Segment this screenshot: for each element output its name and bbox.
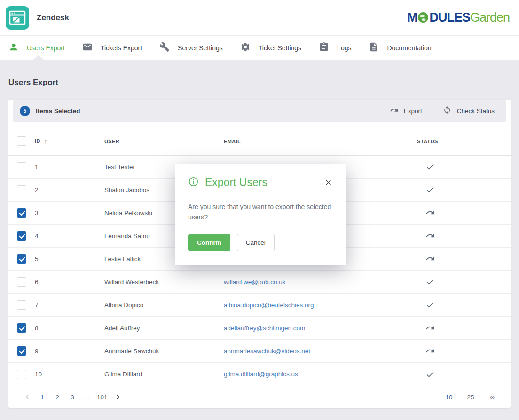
table-row: 8 Adell Auffrey adellauffrey@schlimgen.c… (8, 317, 511, 340)
cell-user: Annmarie Sawchuk (104, 348, 159, 355)
zendesk-logo-icon (6, 6, 29, 30)
row-checkbox[interactable] (17, 370, 26, 379)
check-status-icon (417, 162, 511, 171)
brand-part1: M (407, 11, 417, 24)
column-header-status[interactable]: STATUS (417, 139, 438, 144)
cell-id: 2 (35, 187, 39, 194)
toolbar-actions: Export Check Status (390, 106, 495, 116)
chevron-right-icon[interactable] (113, 392, 123, 402)
row-checkbox[interactable] (17, 162, 26, 171)
export-button[interactable]: Export (390, 106, 422, 116)
export-label: Export (404, 108, 422, 115)
tab-server-settings[interactable]: Server Settings (159, 42, 223, 54)
clipboard-icon (319, 42, 329, 54)
pagination: 1 2 3 … 101 10 25 ∞ (8, 386, 511, 408)
tab-label: Documentation (387, 44, 431, 52)
cell-email-link[interactable]: albina.dopico@beutelschies.org (224, 302, 314, 309)
cell-id: 10 (35, 371, 42, 378)
cell-id: 3 (35, 210, 39, 217)
pagination-ellipsis: … (83, 394, 91, 401)
cell-user: Shalon Jacobos (104, 187, 149, 194)
tab-label: Ticket Settings (259, 44, 301, 52)
page-controls: 1 2 3 … 101 (23, 392, 123, 402)
cell-email-link[interactable]: adellauffrey@schlimgen.com (224, 325, 305, 332)
check-status-button[interactable]: Check Status (443, 106, 495, 116)
row-checkbox[interactable] (17, 231, 26, 241)
cancel-button[interactable]: Cancel (237, 234, 275, 251)
chevron-left-icon[interactable] (23, 392, 32, 402)
export-icon (390, 106, 399, 116)
dialog-message: Are you sure that you want to export the… (188, 202, 333, 222)
redo-status-icon (417, 208, 511, 218)
column-header-user[interactable]: USER (104, 139, 119, 144)
close-icon[interactable] (324, 178, 333, 187)
selection-toolbar: 5 Items Selected Export Check Status (13, 100, 506, 122)
modulesgarden-logo: M DULES Garden (407, 11, 510, 24)
row-checkbox[interactable] (17, 277, 26, 287)
check-status-icon (417, 185, 511, 194)
tab-logs[interactable]: Logs (319, 42, 351, 54)
page-number[interactable]: 2 (53, 394, 62, 401)
nav-tabs: Users Export Tickets Export Server Setti… (0, 36, 519, 60)
cell-user: Adell Auffrey (104, 325, 140, 332)
sync-icon (443, 106, 452, 116)
cell-id: 1 (35, 163, 39, 171)
cell-user: Albina Dopico (104, 302, 143, 309)
page-number[interactable]: 1 (38, 394, 47, 401)
row-checkbox[interactable] (17, 254, 26, 264)
page-size-option[interactable]: 25 (465, 394, 476, 401)
tab-label: Tickets Export (101, 44, 142, 52)
cell-email-link[interactable]: willard.we@pub.co.uk (224, 279, 286, 286)
column-header-id[interactable]: ID (35, 138, 40, 144)
redo-status-icon (417, 231, 511, 241)
cell-id: 8 (35, 325, 39, 332)
page-number[interactable]: 101 (97, 394, 108, 401)
table-row: 9 Annmarie Sawchuk annmariesawchuk@video… (8, 340, 511, 363)
top-bar: Zendesk M DULES Garden (0, 0, 519, 36)
confirm-button[interactable]: Confirm (188, 234, 230, 251)
selected-count-badge: 5 (20, 106, 30, 116)
page-title: Users Export (8, 78, 511, 87)
cell-id: 9 (35, 348, 39, 355)
info-icon (188, 176, 199, 189)
check-status-label: Check Status (457, 108, 495, 115)
check-status-icon (417, 300, 511, 310)
tab-tickets-export[interactable]: Tickets Export (82, 42, 142, 54)
cell-id: 6 (35, 279, 39, 286)
column-header-email[interactable]: EMAIL (224, 139, 241, 144)
tab-label: Logs (337, 44, 351, 52)
cell-user: Test Tester (104, 163, 135, 171)
tab-label: Users Export (27, 44, 65, 52)
table-row: 7 Albina Dopico albina.dopico@beutelschi… (8, 294, 511, 317)
page-number[interactable]: 3 (68, 394, 77, 401)
row-checkbox[interactable] (17, 346, 26, 356)
page-size-option[interactable]: 10 (444, 394, 454, 401)
app-title: Zendesk (37, 13, 69, 23)
tab-ticket-settings[interactable]: Ticket Settings (240, 42, 301, 54)
cell-email-link[interactable]: annmariesawchuk@videos.net (224, 348, 310, 355)
tab-users-export[interactable]: Users Export (8, 42, 65, 54)
tab-label: Server Settings (178, 44, 223, 52)
row-checkbox[interactable] (17, 300, 26, 310)
redo-status-icon (417, 346, 511, 356)
cell-email-link[interactable]: gilma.dilliard@graphics.us (224, 371, 298, 378)
row-checkbox[interactable] (17, 208, 26, 218)
row-checkbox[interactable] (17, 185, 26, 194)
check-status-icon (417, 370, 511, 379)
gear-icon (240, 42, 251, 54)
cell-id: 5 (35, 256, 39, 263)
cell-id: 7 (35, 302, 39, 309)
tab-documentation[interactable]: Documentation (369, 42, 431, 54)
cell-user: Leslie Fallick (104, 256, 141, 263)
cell-user: Gilma Dilliard (104, 371, 142, 378)
page-size-option[interactable]: ∞ (487, 394, 497, 401)
table-row: 10 Gilma Dilliard gilma.dilliard@graphic… (8, 363, 511, 386)
cell-user: Willard Westerbeck (104, 279, 159, 286)
row-checkbox[interactable] (17, 323, 26, 333)
sort-ascending-icon[interactable]: ↑ (44, 138, 47, 145)
check-status-icon (417, 277, 511, 287)
dialog-title: Export Users (205, 176, 267, 189)
select-all-checkbox[interactable] (17, 136, 26, 146)
table-header: ID ↑ USER EMAIL STATUS (8, 127, 511, 156)
document-icon (369, 42, 379, 54)
